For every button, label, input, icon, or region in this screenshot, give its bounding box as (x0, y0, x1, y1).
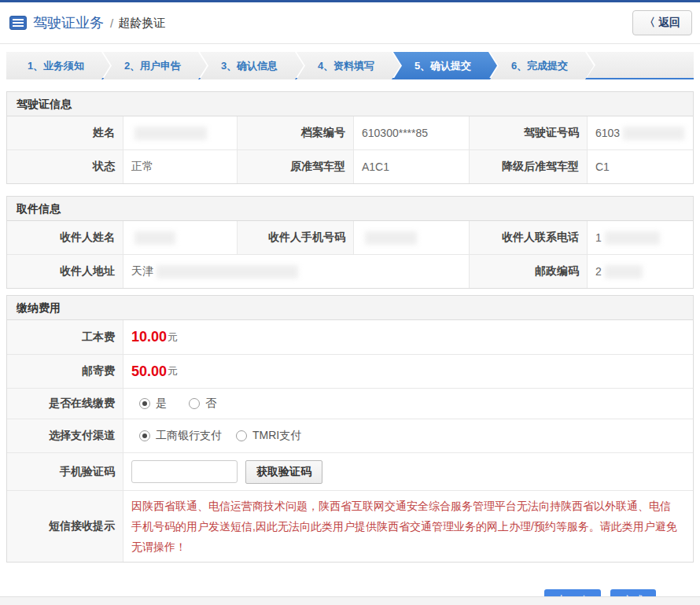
license-section-title: 驾驶证信息 (7, 92, 693, 116)
postage-fee-label: 邮寄费 (7, 355, 123, 388)
sms-notice-value: 因陕西省联通、电信运营商技术问题，陕西省互联网交通安全综合服务管理平台无法向持陕… (123, 491, 693, 562)
back-button[interactable]: 〈返回 (632, 10, 692, 35)
postage-fee-value: 50.00 元 (123, 355, 693, 388)
sms-notice-label: 短信接收提示 (7, 491, 123, 562)
redacted-value (134, 127, 207, 140)
fees-section: 缴纳费用 工本费 10.00 元 邮寄费 50.00 元 是否在线缴费 是 否 … (6, 295, 694, 563)
step-tab-5-active[interactable]: 5、确认提交 (393, 52, 497, 79)
step-tab-4[interactable]: 4、资料填写 (297, 52, 400, 79)
recipient-address-value: 天津 (123, 255, 469, 288)
radio-selected-icon[interactable] (139, 430, 150, 441)
page-bottom-strip (0, 596, 700, 605)
redacted-value (157, 265, 298, 279)
online-pay-row: 是否在线缴费 是 否 (7, 388, 693, 419)
recipient-mobile-value (353, 221, 469, 254)
table-row: 状态 正常 原准驾车型 A1C1 降级后准驾车型 C1 (7, 149, 693, 183)
step-tabs-filler (587, 52, 694, 78)
postage-fee-amount: 50.00 (131, 363, 167, 380)
online-pay-option-yes[interactable]: 是 (139, 397, 167, 411)
step-tab-2[interactable]: 2、用户申告 (103, 52, 207, 79)
payment-channel-row: 选择支付渠道 工商银行支付 TMRI支付 (7, 419, 693, 452)
postage-fee-unit: 元 (168, 364, 178, 378)
redacted-value (623, 127, 684, 140)
redacted-value (365, 231, 417, 245)
production-fee-value: 10.00 元 (123, 320, 693, 354)
channel-option-tmri[interactable]: TMRI支付 (236, 429, 301, 443)
name-value (123, 116, 237, 149)
step-tab-6[interactable]: 6、完成提交 (490, 52, 594, 79)
postal-code-label: 邮政编码 (469, 255, 587, 288)
back-button-label: 返回 (658, 16, 680, 28)
downgraded-class-label: 降级后准驾车型 (469, 150, 587, 183)
license-number-value: 6103 (587, 116, 693, 149)
step-tab-3[interactable]: 3、确认信息 (200, 52, 304, 79)
radio-unselected-icon[interactable] (236, 430, 247, 441)
redacted-value (134, 231, 175, 245)
recipient-phone-value: 1 (587, 221, 693, 254)
recipient-phone-label: 收件人联系电话 (469, 221, 587, 254)
recipient-mobile-label: 收件人手机号码 (237, 221, 353, 254)
license-number-label: 驾驶证号码 (469, 116, 587, 149)
breadcrumb-current: 超龄换证 (118, 16, 165, 31)
sms-code-label: 手机验证码 (7, 453, 123, 490)
status-label: 状态 (7, 150, 123, 183)
name-label: 姓名 (7, 116, 123, 149)
breadcrumb-separator: / (110, 17, 113, 30)
step-tabs: 1、业务须知 2、用户申告 3、确认信息 4、资料填写 5、确认提交 6、完成提… (6, 52, 694, 79)
postal-code-value: 2 (587, 255, 693, 288)
production-fee-unit: 元 (168, 330, 178, 345)
radio-unselected-icon[interactable] (189, 398, 200, 409)
step-tab-1[interactable]: 1、业务须知 (6, 52, 110, 79)
online-pay-option-no[interactable]: 否 (189, 397, 216, 411)
production-fee-amount: 10.00 (131, 329, 167, 345)
original-class-label: 原准驾车型 (237, 150, 353, 183)
table-row: 收件人姓名 收件人手机号码 收件人联系电话 1 (7, 221, 693, 254)
redacted-value (605, 231, 660, 245)
fees-section-title: 缴纳费用 (7, 296, 693, 320)
status-value: 正常 (123, 150, 237, 183)
downgraded-class-value: C1 (587, 150, 693, 183)
online-pay-options: 是 否 (123, 389, 693, 419)
payment-channel-options: 工商银行支付 TMRI支付 (123, 419, 693, 452)
payment-channel-label: 选择支付渠道 (7, 419, 123, 452)
production-fee-row: 工本费 10.00 元 (7, 320, 693, 354)
license-info-section: 驾驶证信息 姓名 档案编号 610300****85 驾驶证号码 6103 状态… (6, 91, 694, 184)
recipient-name-label: 收件人姓名 (7, 221, 123, 254)
radio-selected-icon[interactable] (139, 398, 150, 409)
page-header: 驾驶证业务 / 超龄换证 〈返回 (0, 2, 700, 44)
chevron-left-icon: 〈 (644, 16, 655, 28)
recipient-address-label: 收件人地址 (7, 255, 123, 288)
table-row: 姓名 档案编号 610300****85 驾驶证号码 6103 (7, 116, 693, 149)
file-number-label: 档案编号 (237, 116, 353, 149)
sms-code-input[interactable] (131, 460, 238, 483)
sms-notice-row: 短信接收提示 因陕西省联通、电信运营商技术问题，陕西省互联网交通安全综合服务管理… (7, 490, 693, 562)
recipient-name-value (123, 221, 237, 254)
pickup-section-title: 取件信息 (7, 197, 693, 221)
get-code-button[interactable]: 获取验证码 (245, 460, 322, 484)
original-class-value: A1C1 (353, 150, 469, 183)
sms-code-row: 手机验证码 获取验证码 (7, 452, 693, 490)
production-fee-label: 工本费 (7, 320, 123, 354)
table-row: 收件人地址 天津 邮政编码 2 (7, 254, 693, 288)
channel-option-icbc[interactable]: 工商银行支付 (139, 429, 222, 443)
online-pay-label: 是否在线缴费 (7, 389, 123, 419)
page-title: 驾驶证业务 (33, 13, 104, 32)
postage-fee-row: 邮寄费 50.00 元 (7, 354, 693, 388)
sms-code-field-area: 获取验证码 (123, 453, 693, 490)
sms-notice-text: 因陕西省联通、电信运营商技术问题，陕西省互联网交通安全综合服务管理平台无法向持陕… (131, 491, 693, 562)
list-icon (9, 16, 27, 30)
file-number-value: 610300****85 (353, 116, 469, 149)
pickup-info-section: 取件信息 收件人姓名 收件人手机号码 收件人联系电话 1 收件人地址 天津 邮政… (6, 196, 694, 289)
redacted-value (605, 265, 643, 279)
